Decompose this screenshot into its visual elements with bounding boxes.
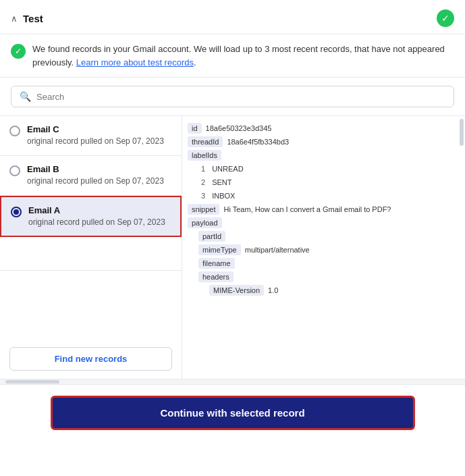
detail-key-labelids: labelIds <box>188 150 221 161</box>
record-info-email-c: Email C original record pulled on Sep 07… <box>27 124 172 147</box>
detail-val-id: 18a6e50323e3d345 <box>206 123 272 134</box>
detail-key-id: id <box>188 123 202 134</box>
detail-val-sent: SENT <box>212 177 231 188</box>
horizontal-scrollbar-area <box>0 379 465 385</box>
detail-val-inbox: INBOX <box>212 190 235 201</box>
page-container: ∧ Test ✓ ✓ We found records in your Gmai… <box>0 0 465 476</box>
radio-email-a[interactable] <box>11 207 22 217</box>
detail-val-unread: UNREAD <box>212 163 243 174</box>
detail-row-label-1: 1 UNREAD <box>182 162 465 176</box>
detail-num-3: 3 <box>198 190 208 201</box>
record-item-email-c[interactable]: Email C original record pulled on Sep 07… <box>0 116 182 156</box>
header-check-icon: ✓ <box>437 9 454 27</box>
record-info-email-a: Email A original record pulled on Sep 07… <box>28 205 171 228</box>
search-wrapper: 🔍 <box>11 86 454 107</box>
radio-email-b[interactable] <box>9 165 20 176</box>
find-new-records-area: Find new records <box>0 339 182 379</box>
detail-row-headers: headers <box>182 270 465 284</box>
record-info-email-b: Email B original record pulled on Sep 07… <box>27 164 172 187</box>
record-name-email-c: Email C <box>27 124 172 134</box>
detail-row-threadid: threadId 18a6e4f5fb334bd3 <box>182 135 465 149</box>
detail-key-headers: headers <box>198 271 234 282</box>
banner-check-icon: ✓ <box>11 44 26 59</box>
detail-row-label-3: 3 INBOX <box>182 189 465 203</box>
chevron-up-icon: ∧ <box>11 14 18 24</box>
header: ∧ Test ✓ <box>0 0 465 34</box>
empty-slot <box>0 237 182 271</box>
continue-button[interactable]: Continue with selected record <box>51 396 415 430</box>
search-container: 🔍 <box>0 78 465 116</box>
detail-num-2: 2 <box>198 177 208 188</box>
detail-row-payload: payload <box>182 216 465 230</box>
info-banner: ✓ We found records in your Gmail account… <box>0 34 465 78</box>
page-title: Test <box>23 13 43 24</box>
detail-val-threadid: 18a6e4f5fb334bd3 <box>227 136 289 147</box>
detail-key-threadid: threadId <box>188 136 223 147</box>
banner-text: We found records in your Gmail account. … <box>32 43 454 69</box>
record-detail: id 18a6e50323e3d345 threadId 18a6e4f5fb3… <box>182 116 465 379</box>
detail-row-mimetype: mimeType multipart/alternative <box>182 243 465 257</box>
footer: Continue with selected record <box>0 385 465 441</box>
detail-key-mime-version: MIME-Version <box>209 285 264 296</box>
record-item-email-b[interactable]: Email B original record pulled on Sep 07… <box>0 156 182 196</box>
detail-key-mimetype: mimeType <box>198 244 241 255</box>
record-name-email-a: Email A <box>28 205 171 215</box>
record-date-email-b: original record pulled on Sep 07, 2023 <box>27 176 172 187</box>
horizontal-scrollbar-thumb[interactable] <box>5 380 59 384</box>
scrollbar[interactable] <box>460 119 464 146</box>
detail-val-snippet: Hi Team, How can I convert a Gmail email… <box>223 204 391 215</box>
detail-row-partid: partId <box>182 230 465 243</box>
detail-row-labelids: labelIds <box>182 149 465 162</box>
record-date-email-c: original record pulled on Sep 07, 2023 <box>27 136 172 147</box>
learn-more-link[interactable]: Learn more about test records <box>76 57 194 68</box>
search-input[interactable] <box>36 92 445 102</box>
header-left: ∧ Test <box>11 13 43 24</box>
detail-val-mime-version: 1.0 <box>268 285 278 296</box>
main-content: Email C original record pulled on Sep 07… <box>0 116 465 379</box>
detail-num-1: 1 <box>198 163 208 174</box>
detail-row-id: id 18a6e50323e3d345 <box>182 122 465 135</box>
detail-key-snippet: snippet <box>188 204 219 215</box>
detail-key-payload: payload <box>188 217 222 228</box>
record-name-email-b: Email B <box>27 164 172 174</box>
detail-row-filename: filename <box>182 257 465 270</box>
record-list: Email C original record pulled on Sep 07… <box>0 116 182 379</box>
record-item-email-a[interactable]: Email A original record pulled on Sep 07… <box>0 196 182 238</box>
detail-key-partid: partId <box>198 231 225 242</box>
detail-key-filename: filename <box>198 258 235 269</box>
find-new-records-button[interactable]: Find new records <box>9 347 172 371</box>
detail-row-label-2: 2 SENT <box>182 176 465 189</box>
radio-email-c[interactable] <box>9 126 20 136</box>
search-icon: 🔍 <box>20 91 31 102</box>
detail-row-mime-version: MIME-Version 1.0 <box>182 284 465 297</box>
detail-row-snippet: snippet Hi Team, How can I convert a Gma… <box>182 203 465 216</box>
record-date-email-a: original record pulled on Sep 07, 2023 <box>28 217 171 228</box>
detail-val-mimetype: multipart/alternative <box>245 244 310 255</box>
